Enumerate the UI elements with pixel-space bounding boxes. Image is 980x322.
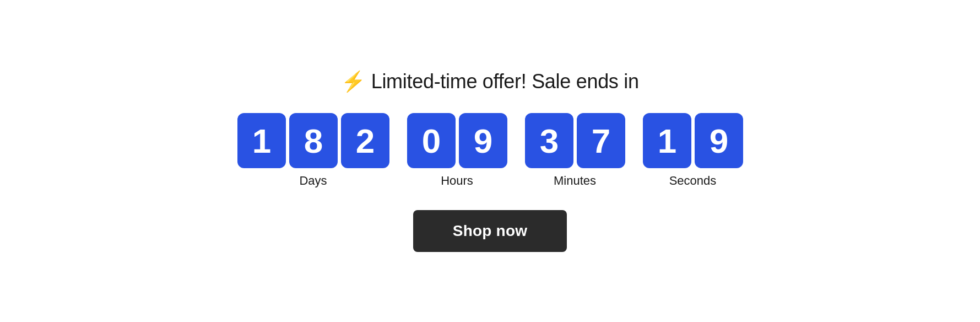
days-digit-2: 8 bbox=[289, 113, 338, 168]
page-title: ⚡ Limited-time offer! Sale ends in bbox=[341, 70, 638, 93]
minutes-unit: 3 7 Minutes bbox=[525, 113, 625, 188]
seconds-digits: 1 9 bbox=[643, 113, 743, 168]
days-digit-3: 2 bbox=[341, 113, 389, 168]
seconds-digit-2: 9 bbox=[695, 113, 743, 168]
countdown-timer: 1 8 2 Days 0 9 Hours 3 7 Minutes 1 9 Sec… bbox=[237, 113, 743, 188]
hours-digit-1: 0 bbox=[407, 113, 456, 168]
days-unit: 1 8 2 Days bbox=[237, 113, 389, 188]
hours-digit-2: 9 bbox=[459, 113, 507, 168]
seconds-digit-1: 1 bbox=[643, 113, 691, 168]
seconds-label: Seconds bbox=[669, 174, 717, 188]
minutes-label: Minutes bbox=[554, 174, 596, 188]
seconds-unit: 1 9 Seconds bbox=[643, 113, 743, 188]
minutes-digit-1: 3 bbox=[525, 113, 573, 168]
lightning-icon: ⚡ bbox=[341, 70, 366, 93]
minutes-digit-2: 7 bbox=[577, 113, 625, 168]
days-label: Days bbox=[299, 174, 327, 188]
hours-digits: 0 9 bbox=[407, 113, 507, 168]
hours-label: Hours bbox=[441, 174, 473, 188]
days-digit-1: 1 bbox=[237, 113, 286, 168]
minutes-digits: 3 7 bbox=[525, 113, 625, 168]
title-text: Limited-time offer! Sale ends in bbox=[371, 70, 639, 93]
days-digits: 1 8 2 bbox=[237, 113, 389, 168]
hours-unit: 0 9 Hours bbox=[407, 113, 507, 188]
shop-now-button[interactable]: Shop now bbox=[413, 210, 567, 252]
